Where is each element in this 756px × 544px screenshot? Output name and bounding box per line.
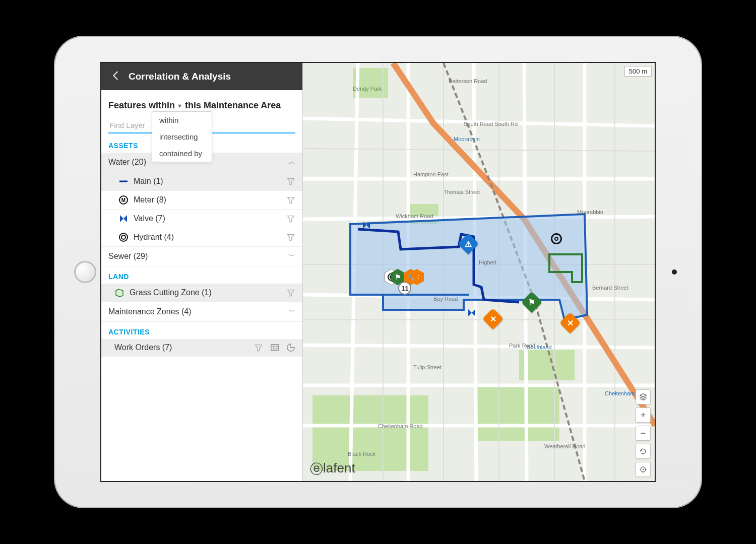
workorder-marker[interactable]: ✕ [562, 315, 578, 330]
hazard-marker[interactable]: ⚠ [461, 236, 476, 251]
svg-text:Highett: Highett [479, 259, 496, 265]
svg-text:South Road South Rd: South Road South Rd [464, 121, 518, 127]
group-sewer[interactable]: Sewer (29) ﹀ [101, 247, 302, 266]
basemap: Patterson Road South Road South Rd Hampt… [303, 63, 655, 481]
flag-marker[interactable]: ⚑ [524, 295, 539, 310]
filter-dropdown[interactable]: within intersecting contained by [152, 111, 212, 162]
chevron-down-icon: ▼ [177, 103, 182, 109]
layer-main[interactable]: Main (1) [101, 172, 302, 191]
camera-icon [672, 269, 677, 275]
layer-work-orders[interactable]: Work Orders (7) [101, 339, 302, 357]
svg-text:⚑: ⚑ [395, 273, 401, 281]
svg-text:Thomas Street: Thomas Street [444, 189, 480, 195]
map-controls: + − [636, 389, 651, 477]
filter-icon[interactable] [286, 195, 295, 205]
svg-text:Tulip Street: Tulip Street [413, 364, 442, 370]
chevron-up-icon: ︿ [288, 158, 295, 167]
filter-dropdown-trigger[interactable]: within ▼ [149, 100, 182, 111]
line-icon [118, 176, 129, 186]
svg-text:Dendy Park: Dendy Park [353, 86, 382, 92]
svg-text:Cheltenham: Cheltenham [605, 390, 635, 396]
svg-text:M: M [121, 197, 125, 203]
layer-grass-zone[interactable]: Grass Cutting Zone (1) [101, 284, 302, 302]
svg-rect-13 [474, 385, 559, 441]
filter-sentence: Features within ▼ this Maintenance Area … [101, 90, 302, 114]
polygon-icon [114, 288, 124, 298]
zoom-out-button[interactable]: − [636, 426, 651, 441]
filter-icon[interactable] [286, 233, 295, 242]
brand-logo: ⓔelafentlafent [310, 459, 355, 477]
layers-button[interactable] [636, 389, 651, 404]
svg-text:Black Rock: Black Rock [348, 451, 376, 457]
filter-icon[interactable] [286, 288, 295, 297]
svg-text:Moorabbin: Moorabbin [454, 136, 480, 142]
sidebar: Correlation & Analysis Features within ▼… [101, 63, 303, 481]
tablet-frame: Correlation & Analysis Features within ▼… [55, 37, 701, 507]
layer-valve[interactable]: Valve (7) [101, 210, 302, 228]
section-header-land: LAND [101, 266, 302, 284]
meter-icon: M [118, 195, 129, 205]
cluster-marker[interactable]: ⚠ ✕ ⚑ 🔧 11 [382, 268, 427, 309]
layer-maintenance-zones[interactable]: Maintenance Zones (4) ﹀ [101, 302, 302, 322]
svg-text:Bernard Street: Bernard Street [592, 285, 628, 291]
chart-icon[interactable] [286, 343, 295, 352]
filter-prefix: Features [108, 100, 146, 110]
filter-icon[interactable] [286, 177, 295, 186]
svg-point-66 [643, 469, 644, 470]
panel-title: Correlation & Analysis [129, 71, 231, 82]
filter-suffix: this Maintenance Area [185, 100, 281, 110]
valve-icon [118, 214, 129, 224]
svg-text:Cheltenham Road: Cheltenham Road [378, 423, 423, 429]
panel-header: Correlation & Analysis [101, 63, 302, 90]
dropdown-option[interactable]: within [152, 112, 212, 128]
svg-text:Wickham Road: Wickham Road [396, 213, 433, 219]
filter-icon[interactable] [254, 343, 263, 352]
locate-button[interactable] [636, 462, 651, 477]
group-label: Sewer (29) [108, 252, 148, 261]
svg-text:Weatherall Road: Weatherall Road [544, 443, 586, 449]
refresh-button[interactable] [636, 444, 651, 459]
svg-point-4 [121, 235, 125, 239]
svg-rect-5 [271, 345, 278, 351]
dropdown-option[interactable]: contained by [152, 145, 212, 162]
app-screen: Correlation & Analysis Features within ▼… [100, 62, 656, 482]
svg-text:🔧: 🔧 [407, 274, 415, 281]
svg-text:Bay Road: Bay Road [433, 296, 458, 302]
dropdown-option[interactable]: intersecting [152, 128, 212, 145]
svg-text:Hampton East: Hampton East [413, 171, 449, 177]
cluster-count: 11 [398, 282, 411, 295]
back-arrow-icon[interactable] [110, 70, 121, 83]
chevron-down-icon: ﹀ [288, 307, 295, 316]
svg-text:Patterson Road: Patterson Road [449, 78, 487, 84]
scale-badge: 500 m [624, 66, 652, 77]
chevron-down-icon: ﹀ [288, 252, 295, 261]
zoom-in-button[interactable]: + [636, 407, 651, 423]
hydrant-marker[interactable] [551, 233, 562, 244]
valve-marker[interactable] [361, 220, 371, 232]
table-icon[interactable] [270, 343, 279, 352]
valve-marker[interactable] [467, 308, 477, 320]
layer-hydrant[interactable]: Hydrant (4) [101, 228, 302, 247]
workorder-marker[interactable]: ✕ [485, 311, 500, 326]
section-header-activities: ACTIVITIES [101, 322, 302, 339]
filter-icon[interactable] [286, 214, 295, 223]
home-button[interactable] [74, 261, 96, 283]
svg-text:Park Road: Park Road [509, 343, 535, 349]
layer-meter[interactable]: M Meter (8) [101, 191, 302, 210]
hydrant-icon [118, 232, 129, 242]
map-canvas[interactable]: Patterson Road South Road South Rd Hampt… [303, 63, 655, 481]
svg-point-3 [119, 233, 128, 241]
group-label: Water (20) [108, 158, 146, 167]
svg-text:Moorabbin: Moorabbin [577, 209, 603, 215]
